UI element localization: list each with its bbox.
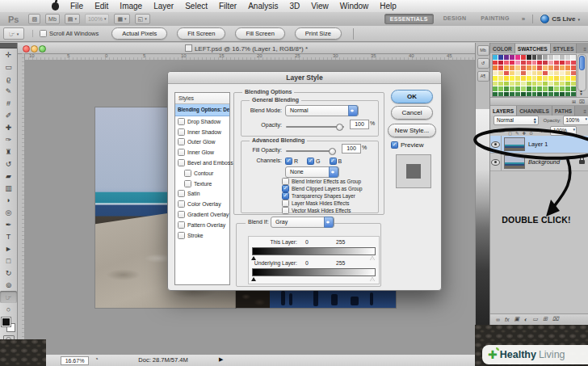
blur-tool[interactable]: ◗ (0, 194, 17, 206)
underlying-gradient-slider[interactable] (252, 268, 376, 276)
crop-tool[interactable]: # (0, 97, 17, 109)
swatch[interactable] (504, 55, 509, 60)
swatch[interactable] (543, 71, 548, 76)
option-blend-interior-effects-as-group[interactable]: Blend Interior Effects as Group (282, 178, 361, 184)
swatch[interactable] (548, 76, 553, 81)
menu-3d[interactable]: 3D (289, 2, 300, 11)
history-brush-tool[interactable]: ↺ (0, 158, 17, 170)
menu-view[interactable]: View (311, 2, 329, 11)
swatch[interactable] (510, 61, 514, 65)
style-item-contour[interactable]: Contour (175, 168, 229, 179)
swatch[interactable] (532, 86, 537, 91)
swatch[interactable] (493, 76, 498, 81)
swatch[interactable] (548, 86, 553, 91)
swatch[interactable] (527, 82, 531, 86)
button-fit-screen[interactable]: Fit Screen (177, 27, 225, 40)
swatch[interactable] (571, 71, 576, 76)
foreground-color-swatch[interactable] (2, 318, 10, 326)
button-fill-screen[interactable]: Fill Screen (235, 27, 284, 40)
style-item-stroke[interactable]: Stroke (175, 230, 229, 241)
checkbox[interactable] (282, 185, 289, 192)
layer-style-button[interactable]: fx (505, 317, 509, 322)
delete-swatch-button[interactable]: ⌧ (579, 99, 585, 104)
swatch[interactable] (532, 61, 537, 65)
style-item-inner-shadow[interactable]: Inner Shadow (175, 127, 229, 137)
launch-bridge-button[interactable]: ▨ (28, 14, 40, 24)
swatch[interactable] (571, 82, 576, 86)
visibility-toggle[interactable] (490, 154, 502, 170)
style-item-texture[interactable]: Texture (175, 179, 229, 189)
swatch[interactable] (560, 82, 565, 86)
checkbox[interactable] (330, 158, 337, 165)
slider-knob[interactable] (329, 148, 336, 155)
swatch[interactable] (565, 76, 570, 81)
swatch[interactable] (510, 92, 514, 97)
swatch[interactable] (565, 92, 570, 97)
swatch[interactable] (504, 61, 509, 65)
swatch[interactable] (532, 71, 537, 76)
swatch[interactable] (554, 82, 559, 86)
link-layers-button[interactable]: ∞ (496, 317, 500, 322)
menu-select[interactable]: Select (185, 2, 208, 11)
visibility-toggle[interactable] (490, 136, 502, 153)
fill-opacity-slider[interactable] (286, 150, 336, 152)
swatch[interactable] (521, 71, 526, 76)
swatch[interactable] (521, 61, 526, 65)
tab-color[interactable]: COLOR (490, 44, 515, 53)
style-item-pattern-overlay[interactable]: Pattern Overlay (175, 220, 229, 230)
swatch[interactable] (493, 92, 498, 97)
swatch[interactable] (498, 86, 503, 91)
delete-layer-button[interactable]: ⌧ (552, 316, 559, 322)
screen-mode-button[interactable]: ◱▾ (135, 14, 150, 24)
menu-image[interactable]: Image (120, 2, 142, 11)
swatch[interactable] (565, 86, 570, 91)
swatch[interactable] (554, 65, 559, 70)
hand-tool[interactable]: ☞ (0, 291, 17, 303)
swatch[interactable] (548, 92, 553, 97)
rotate-view-tool[interactable]: ↻ (0, 267, 17, 279)
swatch[interactable] (560, 86, 565, 91)
mini-bridge-panel-button[interactable]: Mb (477, 45, 489, 56)
option-vector-mask-hides-effects[interactable]: Vector Mask Hides Effects (282, 207, 351, 213)
swatch[interactable] (560, 76, 565, 81)
swatch[interactable] (554, 92, 559, 97)
swatch[interactable] (571, 55, 576, 60)
swatch[interactable] (510, 65, 514, 70)
swatch[interactable] (515, 71, 520, 76)
swatch[interactable] (548, 71, 553, 76)
swatch[interactable] (554, 55, 559, 60)
swatch[interactable] (532, 92, 537, 97)
swatch[interactable] (510, 82, 514, 86)
apple-menu-icon[interactable] (52, 2, 59, 11)
new-swatch-button[interactable]: ⊞ (572, 99, 576, 104)
swatch[interactable] (565, 65, 570, 70)
clone-stamp-tool[interactable]: ♜ (0, 145, 17, 158)
style-item-color-overlay[interactable]: Color Overlay (175, 199, 229, 209)
swatch[interactable] (510, 55, 514, 60)
swatch[interactable] (537, 86, 542, 91)
workspace-essentials[interactable]: ESSENTIALS (384, 14, 434, 24)
marquee-tool[interactable]: ▭ (0, 61, 17, 73)
swatch[interactable] (571, 76, 576, 81)
style-item-satin[interactable]: Satin (175, 189, 229, 200)
swatch[interactable] (515, 92, 520, 97)
button-print-size[interactable]: Print Size (295, 27, 342, 40)
swatch[interactable] (554, 61, 559, 65)
ok-button[interactable]: OK (391, 90, 433, 103)
swatch[interactable] (543, 65, 548, 70)
swatch[interactable] (521, 55, 526, 60)
layer-row-layer-1[interactable]: Layer 1 (490, 136, 588, 154)
checkbox[interactable] (184, 180, 191, 187)
swatch[interactable] (571, 86, 576, 91)
style-item-drop-shadow[interactable]: Drop Shadow (175, 116, 229, 127)
new-layer-button[interactable]: ⊞ (543, 316, 548, 322)
layer-fill-value[interactable]: 100%▾ (550, 126, 577, 136)
checkbox[interactable] (178, 138, 185, 145)
layer-row-background[interactable]: Background (490, 154, 588, 171)
swatch[interactable] (560, 71, 565, 76)
checkbox[interactable] (178, 190, 185, 197)
swatch[interactable] (532, 65, 537, 70)
swatch[interactable] (554, 86, 559, 91)
swatch[interactable] (498, 71, 503, 76)
swatch[interactable] (527, 71, 531, 76)
